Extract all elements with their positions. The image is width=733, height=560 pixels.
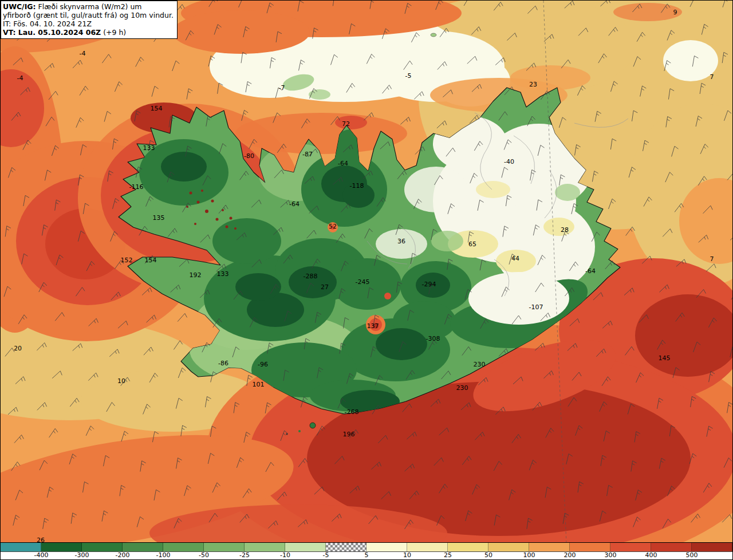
colorbar-segment (610, 543, 651, 551)
colorbar-tick-label: 5 (365, 551, 369, 559)
colorbar-segment (570, 543, 610, 551)
colorbar-tick-label: 200 (564, 551, 576, 559)
colorbar-segment (488, 543, 529, 551)
colorbar-segment (245, 543, 285, 551)
colorbar-segment-checker (326, 543, 366, 551)
colorbar-tick-label: -50 (199, 551, 209, 559)
colorbar-segment (123, 543, 163, 551)
colorbar-tick-label: 25 (444, 551, 452, 559)
colorbar-segment (163, 543, 204, 551)
colorbar (1, 543, 732, 552)
colorbar-segment (651, 543, 692, 551)
colorbar-segment (407, 543, 448, 551)
title-line-1: UWC/IG: Flæði skynvarma (W/m2) um (3, 2, 174, 11)
colorbar-tick-label: -25 (239, 551, 250, 559)
colorbar-segment (448, 543, 488, 551)
weather-map-page: -39-4-4-5723-715472133-80-87-64-40-116-1… (0, 0, 733, 560)
colorbar-tick-label: -5 (323, 551, 329, 559)
colorbar-segment (82, 543, 123, 551)
colorbar-segment (529, 543, 570, 551)
colorbar-tick-label: 50 (484, 551, 492, 559)
colorbar-tick-label: 500 (686, 551, 698, 559)
title-box: UWC/IG: Flæði skynvarma (W/m2) um yfirbo… (1, 1, 178, 39)
colorbar-segment (41, 543, 82, 551)
title-line-2: yfirborð (grænt til, gul/rautt frá) og 1… (3, 11, 174, 19)
colorbar-labels: -400-300-200-100-50-25-10-55102550100200… (1, 552, 732, 559)
weather-map (1, 1, 733, 543)
colorbar-tick-label: -10 (280, 551, 290, 559)
colorbar-segment (366, 543, 407, 551)
title-line-4: VT: Lau. 05.10.2024 06Z (+9 h) (3, 28, 174, 37)
colorbar-segment (1, 543, 41, 551)
colorbar-tick-label: -200 (116, 551, 130, 559)
title-line-3: IT: Fös. 04. 10. 2024 21Z (3, 19, 174, 28)
colorbar-tick-label: 400 (645, 551, 657, 559)
colorbar-tick-label: 100 (523, 551, 535, 559)
colorbar-segment (204, 543, 245, 551)
colorbar-tick-label: -100 (156, 551, 171, 559)
colorbar-tick-label: 300 (605, 551, 617, 559)
colorbar-wrap: -400-300-200-100-50-25-10-55102550100200… (1, 542, 732, 559)
colorbar-tick-label: -400 (34, 551, 49, 559)
colorbar-segment (285, 543, 326, 551)
colorbar-tick-label: 10 (403, 551, 411, 559)
colorbar-tick-label: -300 (75, 551, 89, 559)
colorbar-segment (692, 543, 732, 551)
